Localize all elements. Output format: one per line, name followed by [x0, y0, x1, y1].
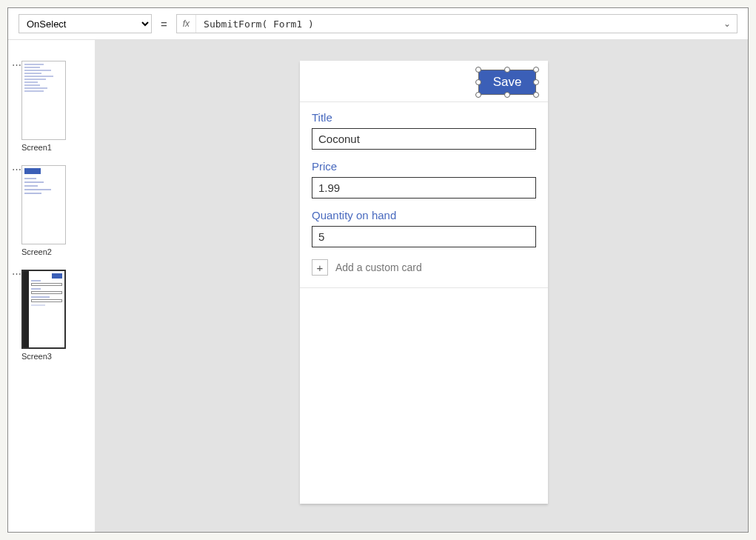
form-header: Save — [300, 61, 548, 102]
formula-bar: OnSelect = fx SubmitForm( Form1 ) ⌄ — [8, 8, 748, 40]
quantity-input[interactable] — [312, 226, 536, 247]
resize-handle[interactable] — [475, 79, 481, 85]
save-button-selection[interactable]: Save — [478, 70, 536, 95]
thumbnail-slot: ⋯ Scree — [11, 270, 89, 361]
thumbnail-slot: ⋯ Screen1 — [11, 61, 89, 152]
field-label: Price — [312, 160, 536, 173]
field-label: Quantity on hand — [312, 209, 536, 221]
form-body: Title Price Quantity on hand + Add a cus… — [300, 102, 548, 288]
formula-expand-icon[interactable]: ⌄ — [717, 19, 737, 29]
ellipsis-icon[interactable]: ⋯ — [11, 61, 21, 68]
title-input[interactable] — [312, 128, 536, 150]
ellipsis-icon[interactable]: ⋯ — [11, 270, 21, 277]
price-input[interactable] — [312, 177, 536, 199]
field-price: Price — [312, 160, 536, 199]
canvas-area[interactable]: Save Title — [96, 40, 748, 532]
workspace: ⋯ Screen1 ⋯ — [8, 40, 748, 532]
field-label: Title — [312, 111, 536, 124]
property-select[interactable]: OnSelect — [19, 14, 152, 33]
resize-handle[interactable] — [533, 92, 539, 98]
field-quantity: Quantity on hand — [312, 209, 536, 247]
formula-input[interactable]: SubmitForm( Form1 ) — [196, 19, 717, 30]
screen-thumbnail-rail: ⋯ Screen1 ⋯ — [8, 40, 96, 532]
phone-preview: Save Title — [300, 61, 548, 504]
fx-icon: fx — [177, 15, 196, 33]
thumbnail-screen3[interactable] — [21, 270, 66, 349]
equals-sign: = — [159, 18, 169, 30]
selection-outline — [478, 70, 536, 95]
thumbnail-caption: Screen2 — [21, 247, 66, 256]
resize-handle[interactable] — [533, 67, 539, 73]
resize-handle[interactable] — [504, 67, 510, 73]
plus-icon: + — [312, 259, 328, 276]
thumbnail-screen1[interactable] — [21, 61, 66, 140]
resize-handle[interactable] — [504, 92, 510, 98]
thumbnail-caption: Screen1 — [21, 143, 66, 152]
add-card-label: Add a custom card — [335, 261, 422, 273]
thumbnail-screen2[interactable] — [21, 165, 66, 244]
resize-handle[interactable] — [533, 79, 539, 85]
thumbnail-caption: Screen3 — [21, 352, 66, 361]
app-frame: OnSelect = fx SubmitForm( Form1 ) ⌄ ⋯ — [7, 7, 749, 533]
field-title: Title — [312, 111, 536, 150]
thumbnail-slot: ⋯ Screen2 — [11, 165, 89, 256]
add-custom-card[interactable]: + Add a custom card — [312, 259, 536, 276]
formula-input-container: fx SubmitForm( Form1 ) ⌄ — [176, 14, 737, 33]
resize-handle[interactable] — [475, 92, 481, 98]
resize-handle[interactable] — [475, 67, 481, 73]
ellipsis-icon[interactable]: ⋯ — [11, 165, 21, 173]
